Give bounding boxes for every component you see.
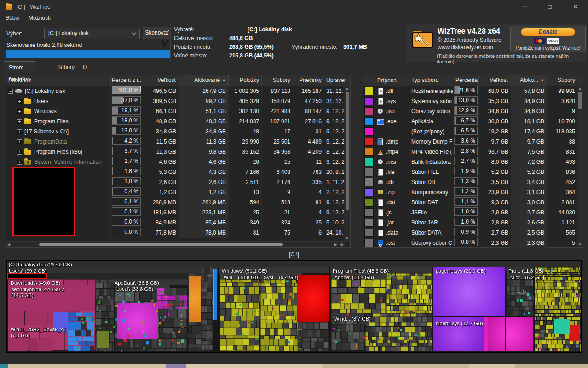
tree-row[interactable]: +Program Files (x86)3,7 %11,3 GB9,8 GB39…: [6, 147, 350, 157]
scroll-down-icon[interactable]: ▼: [577, 242, 583, 247]
folders-value: 6: [293, 228, 324, 238]
tree-row[interactable]: +ProgramData4,2 %11,5 GB11,3 GB29 99025 …: [6, 137, 350, 147]
file-type-row[interactable]: .msiBalík Inštalátora2,7 %8,0 GB7,2 GB49…: [363, 157, 583, 167]
treemap-label: Syst... (9,4 GB): [264, 275, 298, 280]
col-alokovane[interactable]: Alokované▼: [179, 75, 229, 86]
ext-vertical-scrollbar[interactable]: ▲ ▼: [577, 86, 583, 247]
file-type-row[interactable]: (Bez prípony)6,5 %19,2 GB17,4 GB118 035: [363, 126, 583, 137]
tree-row[interactable]: +Users37,0 %309,5 GB99,2 GB405 329358 07…: [6, 96, 350, 106]
file-type-row[interactable]: .jsJSFile1,0 %2,9 GB2,7 GB44 030: [363, 207, 583, 218]
toolbar: Výber: [C:] Lokálny disk Skenovať Skenov…: [0, 24, 588, 61]
file-type-row[interactable]: .sysSystémový súbo13,0 %35,3 GB34,9 GB3 …: [363, 96, 583, 106]
file-type-row[interactable]: .dataSúbor DATA0,9 %2,7 GB2,5 GB565: [363, 228, 583, 238]
file-type-row[interactable]: .exeAplikácia6,7 %30,0 GB18,1 GB10 700: [363, 116, 583, 126]
minimize-button[interactable]: ─: [514, 0, 536, 14]
file-type-name: JSFile: [409, 207, 453, 218]
file-type-row[interactable]: .dllRozšírenie apliká21,6 %68,0 GB57,8 G…: [363, 86, 583, 96]
filter-icon[interactable]: [160, 39, 169, 47]
col-upravene[interactable]: Upravené: [324, 75, 346, 86]
extension-name: .iso: [386, 106, 395, 116]
col-typ-suboru[interactable]: Typ súboru: [409, 75, 453, 86]
folder-name: Program Files: [34, 116, 69, 126]
donate-button[interactable]: Donate: [521, 28, 575, 36]
treemap[interactable]: [C:] Lokálny disk (267,9 GB)Users\ (99,2…: [6, 260, 582, 353]
treemap-color-swatch: [364, 127, 374, 136]
close-button[interactable]: ✕: [565, 0, 586, 14]
col-velkost[interactable]: Veľkosť: [142, 75, 179, 86]
expand-icon[interactable]: +: [17, 139, 22, 144]
color-swatch-cell: [363, 167, 375, 177]
file-type-row[interactable]: .ostÚdajový súbor C0,8 %2,3 GB2,3 GB5: [363, 238, 583, 248]
used-value: 268,8 GB (55,5%): [229, 44, 274, 50]
tree-row[interactable]: +Program Files18,0 %48,9 GB48,3 GB214 83…: [6, 116, 350, 126]
website-link[interactable]: www.diskanalyzer.com: [438, 44, 493, 51]
tab-files[interactable]: Súbory: [52, 61, 79, 73]
allocated-value: 34,8 GB: [179, 126, 229, 137]
tab-about[interactable]: O aplikácii: [78, 61, 107, 73]
color-swatch-cell: [363, 137, 375, 147]
scroll-left-icon[interactable]: ◀: [7, 242, 10, 247]
expand-icon[interactable]: +: [17, 119, 22, 124]
treemap-label: Program Files\ (48,3 GB): [333, 268, 389, 274]
allocated-value: 3,4 GB: [511, 177, 547, 187]
treemap-color-swatch: [364, 168, 374, 176]
file-type-row[interactable]: .isoObrazový súbor12,9 %34,6 GB34,6 GB9: [363, 106, 583, 116]
tree-row[interactable]: +[17 Súborov v C:\]13,0 %34,8 GB34,8 GB4…: [6, 126, 350, 137]
scroll-right-icon[interactable]: ▶: [341, 242, 344, 247]
menu-moznosti[interactable]: Možnosti: [29, 15, 51, 21]
items-value: 81: [229, 228, 262, 238]
tree-row[interactable]: +Windows19,1 %66,1 GB51,1 GB302 130221 9…: [6, 106, 350, 116]
scroll-right-icon[interactable]: ▶: [334, 242, 337, 247]
menu-subor[interactable]: Súbor: [6, 15, 20, 21]
file-type-row[interactable]: .dmpMemory Dump F3,6 %9,7 GB9,7 GB88: [363, 137, 583, 147]
size-value: 30,0 GB: [479, 116, 511, 126]
drive-select[interactable]: [C:] Lokálny disk: [44, 28, 140, 39]
tree-row[interactable]: +System Volume Information1,7 %4,6 GB4,6…: [6, 157, 350, 167]
scan-button[interactable]: Skenovať: [143, 27, 171, 39]
file-type-icon: [377, 209, 384, 216]
file-type-icon: [377, 108, 384, 115]
expand-icon[interactable]: +: [17, 150, 22, 155]
col-pripona[interactable]: Prípona: [375, 75, 409, 86]
treemap-label: Micr... (6,2 GB): [510, 275, 544, 280]
file-type-row[interactable]: .zipKomprimovaný1,2 %23,9 GB3,1 GB364: [363, 187, 583, 197]
expand-icon[interactable]: +: [17, 129, 22, 134]
col-velkost2[interactable]: Veľkosť: [479, 75, 511, 86]
col-subory[interactable]: Súbory: [262, 75, 293, 86]
size-value: 48,9 GB: [142, 116, 179, 126]
tree-horizontal-scrollbar[interactable]: ◀ ▶ ▶: [6, 241, 345, 247]
extension-cell: .db: [375, 177, 409, 187]
percent-bar-cell: 1,2 %: [453, 187, 479, 197]
file-type-row[interactable]: .dbSúbor DB1,3 %3,5 GB3,4 GB452: [363, 177, 583, 187]
col-polozky[interactable]: Položky: [229, 75, 262, 86]
percent-bar-cell: 2,8 %: [453, 147, 479, 157]
expand-icon[interactable]: +: [17, 160, 22, 165]
scroll-up-icon[interactable]: ▲: [344, 86, 350, 92]
col-subory2[interactable]: Súbory: [547, 75, 577, 86]
col-percent[interactable]: Percent z r...: [111, 75, 142, 86]
col-percenta[interactable]: Percentá: [453, 75, 479, 86]
file-type-row[interactable]: .mp4MP4 Video File (2,8 %93,7 GB7,5 GB83…: [363, 147, 583, 157]
file-type-icon: [377, 118, 384, 125]
size-value: 181,6 MB: [142, 207, 179, 218]
col-priecinky[interactable]: Priečinky: [293, 75, 324, 86]
scroll-up-icon[interactable]: ▲: [577, 86, 583, 92]
maximize-button[interactable]: □: [539, 0, 560, 14]
file-type-row[interactable]: .fileSúbor FILE1,9 %5,2 GB5,2 GB836: [363, 167, 583, 177]
scan-progress-bar: [6, 50, 171, 58]
tree-vertical-scrollbar[interactable]: ▲ ▼: [344, 86, 350, 242]
percent-bar-cell: 0,1 %: [111, 197, 142, 207]
collapse-icon[interactable]: −: [8, 89, 13, 94]
files-value: 5: [547, 238, 577, 248]
col-aloko[interactable]: Aloko...▼: [511, 75, 547, 86]
file-type-name: Systémový súbo: [409, 96, 453, 106]
percent-bar-cell: 0,9 %: [453, 228, 479, 238]
file-type-row[interactable]: .jarSúbor JAR1,0 %2,8 GB2,6 GB1 121: [363, 218, 583, 228]
tree-row[interactable]: −[C:] Lokálny disk100,0 %496,5 GB267,9 G…: [6, 86, 350, 96]
file-type-row[interactable]: .datSúbor DAT1,1 %9,3 GB3,0 GB2 881: [363, 197, 583, 207]
expand-icon[interactable]: +: [17, 99, 22, 104]
expand-icon[interactable]: +: [17, 109, 22, 114]
scroll-down-icon[interactable]: ▼: [344, 236, 350, 242]
sort-desc-icon: ▼: [540, 78, 544, 83]
tab-tree-structure[interactable]: Strom. štruktúra: [4, 61, 35, 73]
